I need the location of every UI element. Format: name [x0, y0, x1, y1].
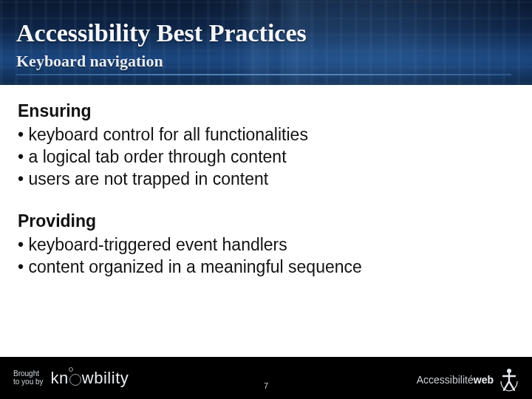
knowbility-logo: kn wbility	[51, 369, 129, 388]
brought-by-label: Brought to you by	[13, 370, 44, 386]
brought-line1: Brought	[13, 369, 39, 378]
bullet-item: • users are not trapped in content	[18, 168, 514, 191]
bullet-item: • keyboard-triggered event handlers	[18, 234, 514, 256]
slide-header: Accessibility Best Practices Keyboard na…	[0, 0, 532, 85]
page-number: 7	[264, 381, 268, 390]
accessibility-person-icon	[499, 368, 519, 392]
section-heading: Ensuring	[18, 101, 514, 121]
section-ensuring: Ensuring • keyboard control for all func…	[18, 101, 514, 191]
logo-text-suffix: wbility	[82, 369, 129, 388]
slide-title: Accessibility Best Practices	[16, 19, 307, 47]
bullet-item: • a logical tab order through content	[18, 146, 514, 168]
section-providing: Providing • keyboard-triggered event han…	[18, 211, 514, 279]
bullet-text: keyboard-triggered event handlers	[28, 235, 287, 254]
logo-text-part2: web	[474, 374, 494, 386]
bullet-item: • content organized in a meaningful sequ…	[18, 256, 514, 279]
bullet-item: • keyboard control for all functionaliti…	[18, 124, 514, 146]
bullet-text: users are not trapped in content	[28, 169, 268, 188]
slide-footer: Brought to you by kn wbility 7 Accessibi…	[0, 357, 532, 399]
accessibilite-web-logo: Accessibilitéweb	[417, 368, 519, 392]
slide: Accessibility Best Practices Keyboard na…	[0, 0, 532, 399]
svg-point-0	[507, 369, 511, 373]
bullet-text: content organized in a meaningful sequen…	[28, 257, 361, 276]
slide-body: Ensuring • keyboard control for all func…	[0, 85, 532, 357]
slide-subtitle: Keyboard navigation	[16, 52, 163, 71]
section-heading: Providing	[18, 211, 514, 231]
wheelchair-icon	[69, 374, 81, 386]
bullet-text: keyboard control for all functionalities	[28, 125, 307, 144]
logo-text-part1: Accessibilité	[417, 374, 474, 386]
brought-line2: to you by	[13, 378, 44, 386]
logo-text: Accessibilitéweb	[417, 374, 494, 386]
logo-text-prefix: kn	[51, 369, 69, 388]
bullet-text: a logical tab order through content	[28, 147, 286, 166]
